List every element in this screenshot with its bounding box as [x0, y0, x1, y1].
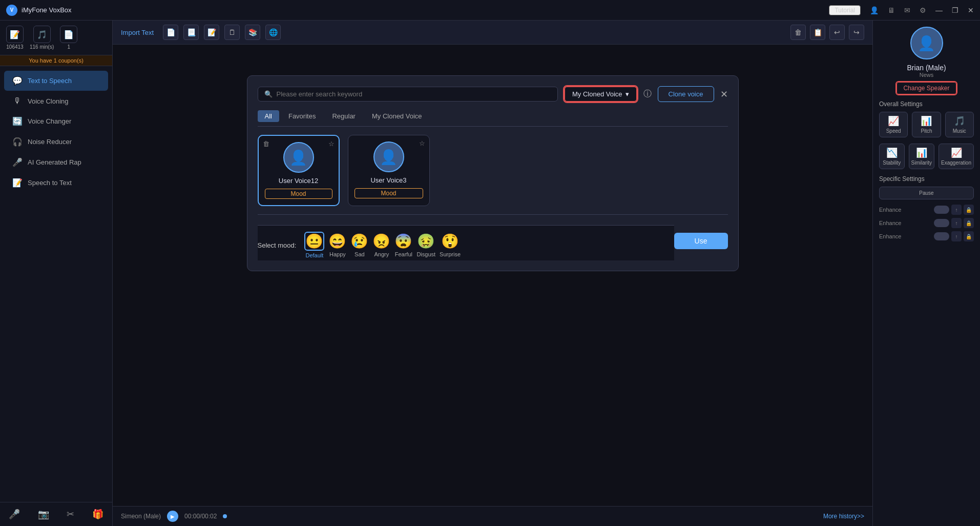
pdf-icon[interactable]: 📄	[163, 25, 178, 40]
sidebar-item-label-tts: Text to Speech	[28, 77, 72, 85]
undo-button[interactable]: ↩	[829, 25, 845, 40]
setting-stability[interactable]: 📉 Stability	[879, 144, 905, 169]
delete-icon[interactable]: 🗑	[790, 25, 806, 40]
mood-item-fearful[interactable]: 😨 Fearful	[394, 233, 412, 257]
enhance-toggle-2[interactable]	[934, 219, 949, 227]
webcam-icon[interactable]: 📷	[38, 509, 49, 520]
txt-icon[interactable]: 📝	[204, 25, 219, 40]
stat-characters-val: 106413	[6, 44, 23, 50]
tab-favorites[interactable]: Favorites	[281, 110, 323, 122]
music-label: Music	[953, 128, 966, 134]
more-history-link[interactable]: More history>>	[823, 513, 864, 520]
restore-button[interactable]: ❐	[952, 6, 958, 14]
gift-icon[interactable]: 🎁	[92, 509, 103, 520]
settings-icon[interactable]: ⚙	[920, 6, 926, 14]
lock-icon-1[interactable]: 🔒	[964, 205, 974, 215]
setting-music[interactable]: 🎵 Music	[945, 112, 974, 137]
mood-item-disgust[interactable]: 🤢 Disgust	[416, 233, 435, 257]
mood-emoji-surprise: 😲	[441, 233, 459, 250]
user-icon[interactable]: 👤	[870, 6, 879, 14]
monitor-icon[interactable]: 🖥	[888, 6, 895, 14]
history-speaker: Simeon (Male)	[121, 513, 161, 520]
srt-icon[interactable]: 🗒	[224, 25, 240, 40]
stability-label: Stability	[883, 160, 901, 166]
similarity-icon: 📊	[916, 147, 927, 158]
pause-button[interactable]: Pause	[879, 187, 974, 199]
enhance-toggle-1[interactable]	[934, 206, 949, 214]
modal-close-button[interactable]: ✕	[720, 89, 728, 100]
scissors-icon[interactable]: ✂	[67, 509, 74, 520]
title-bar: V iMyFone VoxBox Tutorial 👤 🖥 ✉ ⚙ — ❐ ✕	[0, 0, 980, 21]
tab-my-cloned-voice[interactable]: My Cloned Voice	[365, 110, 429, 122]
voice-category-dropdown[interactable]: My Cloned Voice ▾	[564, 86, 637, 102]
history-time: 00:00/00:02	[184, 513, 217, 520]
delete-voice-icon[interactable]: 🗑	[263, 140, 269, 148]
mood-item-happy[interactable]: 😄 Happy	[328, 233, 346, 257]
voice-mood-1[interactable]: Mood	[355, 188, 423, 198]
mood-label-disgust: Disgust	[416, 251, 435, 257]
sidebar-item-voice-cloning[interactable]: 🎙 Voice Cloning	[4, 91, 108, 111]
setting-speed[interactable]: 📈 Speed	[879, 112, 908, 137]
mood-emoji-sad: 😢	[350, 233, 368, 250]
enhance-label-2: Enhance	[879, 220, 901, 226]
lock-icon-3[interactable]: 🔒	[964, 231, 974, 241]
mood-emoji-fearful: 😨	[394, 233, 412, 250]
tab-regular[interactable]: Regular	[325, 110, 363, 122]
tab-all[interactable]: All	[258, 110, 279, 122]
favorite-icon-1[interactable]: ☆	[419, 139, 425, 147]
setting-similarity[interactable]: 📊 Similarity	[909, 144, 935, 169]
lock-icon-2[interactable]: 🔒	[964, 218, 974, 228]
voice-card-0[interactable]: 🗑 ☆ 👤 User Voice12 Mood	[258, 135, 340, 206]
mood-item-surprise[interactable]: 😲 Surprise	[440, 233, 461, 257]
upload-icon-2[interactable]: ↑	[951, 218, 962, 228]
mail-icon[interactable]: ✉	[904, 6, 910, 14]
use-button[interactable]: Use	[674, 233, 728, 249]
tabs: All Favorites Regular My Cloned Voice	[258, 110, 728, 127]
sidebar-item-speech-to-text[interactable]: 📝 Speech to Text	[4, 173, 108, 193]
copy-icon[interactable]: 📋	[810, 25, 825, 40]
voice-name-0: User Voice12	[265, 177, 332, 185]
upload-icon-3[interactable]: ↑	[951, 231, 962, 241]
toolbar-right: 🗑 📋 ↩ ↪	[790, 25, 864, 40]
epub-icon[interactable]: 📚	[245, 25, 260, 40]
stat-minutes-val: 116 min(s)	[30, 44, 54, 50]
setting-exaggeration[interactable]: 📈 Exaggeration	[939, 144, 974, 169]
mood-item-angry[interactable]: 😠 Angry	[372, 233, 390, 257]
clone-voice-button[interactable]: Clone voice	[658, 86, 714, 102]
voice-mood-0[interactable]: Mood	[265, 189, 332, 199]
html-icon[interactable]: 🌐	[265, 25, 281, 40]
sidebar-item-text-to-speech[interactable]: 💬 Text to Speech	[4, 71, 108, 91]
minimize-button[interactable]: —	[935, 6, 943, 14]
search-input[interactable]	[277, 90, 552, 98]
search-icon: 🔍	[264, 90, 273, 98]
sidebar-item-noise-reducer[interactable]: 🎧 Noise Reducer	[4, 132, 108, 152]
main-layout: 📝 106413 🎵 116 min(s) 📄 1 You have 1 cou…	[0, 21, 980, 526]
info-icon[interactable]: ⓘ	[643, 89, 652, 99]
setting-pitch[interactable]: 📊 Pitch	[912, 112, 941, 137]
characters-icon: 📝	[6, 26, 24, 43]
specific-settings-title: Specific Settings	[879, 175, 974, 183]
exaggeration-icon: 📈	[951, 147, 962, 158]
stat-minutes: 🎵 116 min(s)	[30, 26, 54, 50]
upload-icon-1[interactable]: ↑	[951, 205, 962, 215]
voice-card-1[interactable]: ☆ 👤 User Voice3 Mood	[348, 135, 430, 206]
redo-button[interactable]: ↪	[849, 25, 864, 40]
sidebar-item-ai-rap[interactable]: 🎤 AI Generated Rap	[4, 152, 108, 172]
mood-item-sad[interactable]: 😢 Sad	[350, 233, 368, 257]
tutorial-button[interactable]: Tutorial	[829, 5, 861, 15]
close-button[interactable]: ✕	[968, 6, 974, 14]
enhance-row-2: Enhance ↑ 🔒	[879, 218, 974, 228]
sidebar-item-voice-changer[interactable]: 🔄 Voice Changer	[4, 111, 108, 131]
speaker-tag: News	[879, 72, 974, 78]
import-text-button[interactable]: Import Text	[121, 29, 154, 36]
enhance-toggle-3[interactable]	[934, 232, 949, 240]
mood-label-sad: Sad	[355, 251, 365, 257]
favorite-icon[interactable]: ☆	[328, 140, 335, 148]
coupon-text: You have 1 coupon(s)	[29, 57, 84, 64]
mood-label-fearful: Fearful	[395, 251, 412, 257]
play-button[interactable]: ▶	[167, 511, 178, 522]
change-speaker-button[interactable]: Change Speaker	[896, 82, 956, 94]
word-icon[interactable]: 📃	[183, 25, 199, 40]
mood-item-default[interactable]: 😐 Default	[304, 232, 324, 258]
microphone-icon[interactable]: 🎤	[9, 509, 20, 520]
